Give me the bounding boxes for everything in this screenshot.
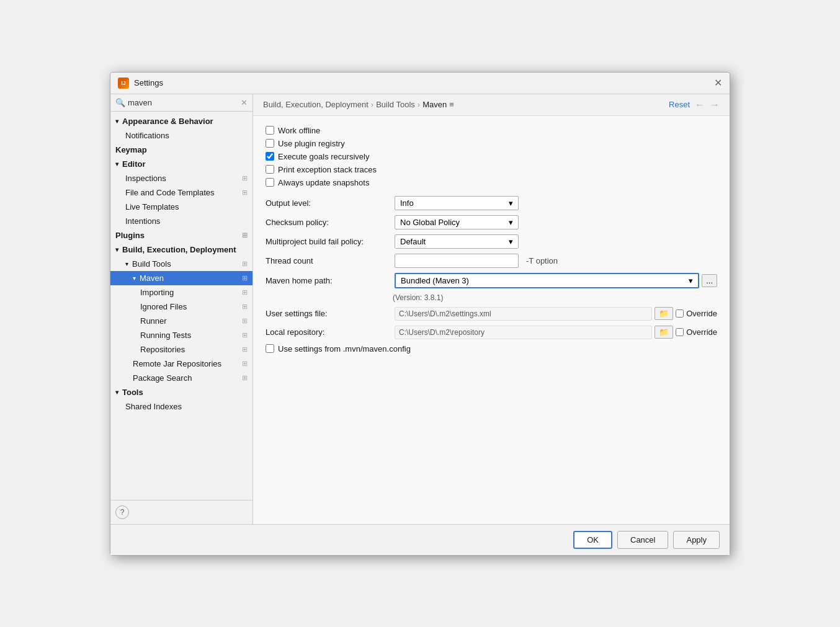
sidebar-item-live-templates[interactable]: Live Templates [110, 200, 252, 214]
main-content: Build, Execution, Deployment › Build Too… [253, 94, 730, 524]
dialog-title: Settings [134, 78, 163, 87]
help-button[interactable]: ? [115, 505, 129, 519]
sidebar-item-build-tools[interactable]: ▾ Build Tools ⊞ [110, 257, 252, 271]
maven-home-path-row: Maven home path: Bundled (Maven 3) ▾ ... [266, 273, 717, 288]
maven-version-text: (Version: 3.8.1) [266, 293, 717, 302]
maven-home-dropdown[interactable]: Bundled (Maven 3) ▾ [395, 273, 699, 288]
user-settings-input[interactable] [395, 307, 652, 321]
apply-button[interactable]: Apply [673, 531, 720, 549]
checksum-policy-value: No Global Policy [400, 218, 460, 227]
local-repository-input-group: 📁 Override [395, 326, 717, 339]
chevron-down-icon: ▾ [115, 161, 118, 167]
sidebar-item-repositories[interactable]: Repositories ⊞ [110, 342, 252, 357]
sidebar-item-remote-jar-repositories[interactable]: Remote Jar Repositories ⊞ [110, 357, 252, 371]
local-repository-row: Local repository: 📁 Override [266, 326, 717, 339]
sidebar-item-inspections[interactable]: Inspections ⊞ [110, 171, 252, 185]
sidebar-item-package-search[interactable]: Package Search ⊞ [110, 371, 252, 385]
sidebar-item-maven[interactable]: ▾ Maven ⊞ [110, 271, 252, 285]
sidebar-item-running-tests[interactable]: Running Tests ⊞ [110, 328, 252, 342]
maven-home-value: Bundled (Maven 3) [401, 276, 469, 285]
settings-icon: ⊞ [242, 303, 248, 311]
output-level-label: Output level: [266, 198, 390, 208]
checksum-policy-dropdown[interactable]: No Global Policy ▾ [395, 215, 519, 229]
dropdown-arrow-icon: ▾ [509, 198, 513, 208]
use-plugin-registry-label: Use plugin registry [278, 139, 345, 148]
sidebar-item-shared-indexes[interactable]: Shared Indexes [110, 399, 252, 414]
settings-icon: ⊞ [242, 345, 248, 354]
settings-icon: ⊞ [242, 374, 248, 382]
multiproject-value: Default [400, 237, 426, 246]
local-repository-input[interactable] [395, 326, 652, 339]
sidebar-item-intentions[interactable]: Intentions [110, 214, 252, 228]
sidebar: 🔍 ✕ ▾ Appearance & Behavior Notification… [110, 94, 253, 524]
dropdown-arrow-icon: ▾ [509, 218, 513, 227]
breadcrumb-sep: › [371, 100, 373, 109]
sidebar-item-file-code-templates[interactable]: File and Code Templates ⊞ [110, 185, 252, 200]
sidebar-item-runner[interactable]: Runner ⊞ [110, 314, 252, 328]
sidebar-item-build-execution-deployment[interactable]: ▾ Build, Execution, Deployment [110, 242, 252, 257]
close-button[interactable]: ✕ [714, 78, 722, 88]
output-level-dropdown[interactable]: Info ▾ [395, 196, 519, 210]
settings-icon: ⊞ [242, 260, 248, 268]
user-settings-override-checkbox[interactable] [676, 309, 684, 318]
sidebar-item-editor[interactable]: ▾ Editor [110, 157, 252, 171]
breadcrumb-menu-button[interactable]: ≡ [449, 100, 454, 109]
local-repository-label: Local repository: [266, 327, 390, 337]
sidebar-item-ignored-files[interactable]: Ignored Files ⊞ [110, 300, 252, 314]
user-settings-override-group: Override [676, 309, 717, 318]
sidebar-tree: ▾ Appearance & Behavior Notifications Ke… [110, 112, 252, 500]
settings-icon: ⊞ [242, 288, 248, 296]
execute-goals-recursively-row: Execute goals recursively [266, 152, 717, 161]
breadcrumb-bar: Build, Execution, Deployment › Build Too… [253, 94, 730, 116]
clear-search-button[interactable]: ✕ [241, 98, 248, 107]
settings-icon: ⊞ [242, 231, 248, 239]
always-update-label: Always update snapshots [278, 178, 369, 187]
dialog-body: 🔍 ✕ ▾ Appearance & Behavior Notification… [110, 94, 730, 524]
thread-count-row: Thread count -T option [266, 254, 717, 268]
chevron-down-icon: ▾ [115, 246, 118, 253]
work-offline-checkbox[interactable] [266, 126, 274, 135]
local-repository-override-label: Override [686, 327, 717, 337]
ok-button[interactable]: OK [573, 531, 612, 549]
cancel-button[interactable]: Cancel [617, 531, 668, 549]
dropdown-arrow-icon: ▾ [689, 276, 693, 285]
checksum-policy-row: Checksum policy: No Global Policy ▾ [266, 215, 717, 229]
sidebar-item-tools[interactable]: ▾ Tools [110, 385, 252, 399]
settings-icon: ⊞ [242, 331, 248, 339]
sidebar-item-keymap[interactable]: Keymap [110, 143, 252, 157]
dropdown-arrow-icon: ▾ [509, 237, 513, 246]
output-level-value: Info [400, 198, 414, 208]
maven-home-browse-button[interactable]: ... [702, 274, 717, 287]
sidebar-item-appearance-behavior[interactable]: ▾ Appearance & Behavior [110, 114, 252, 128]
chevron-down-icon: ▾ [133, 275, 136, 282]
local-repository-override-group: Override [676, 327, 717, 337]
use-plugin-registry-checkbox[interactable] [266, 139, 274, 148]
local-repository-override-checkbox[interactable] [676, 328, 684, 336]
output-level-row: Output level: Info ▾ [266, 196, 717, 210]
dialog-footer: OK Cancel Apply [110, 524, 730, 555]
sidebar-item-notifications[interactable]: Notifications [110, 128, 252, 143]
sidebar-item-importing[interactable]: Importing ⊞ [110, 285, 252, 300]
forward-button[interactable]: → [710, 99, 720, 110]
work-offline-row: Work offline [266, 126, 717, 135]
execute-goals-label: Execute goals recursively [278, 152, 369, 161]
use-mvn-config-label: Use settings from .mvn/maven.config [278, 344, 411, 354]
settings-icon: ⊞ [242, 174, 248, 182]
multiproject-dropdown[interactable]: Default ▾ [395, 234, 519, 249]
user-settings-browse-button[interactable]: 📁 [655, 307, 673, 320]
use-mvn-config-checkbox[interactable] [266, 344, 274, 353]
print-exception-checkbox[interactable] [266, 165, 274, 174]
settings-panel: Work offline Use plugin registry Execute… [253, 116, 730, 524]
sidebar-item-plugins[interactable]: Plugins ⊞ [110, 228, 252, 242]
execute-goals-checkbox[interactable] [266, 152, 274, 161]
search-icon: 🔍 [115, 98, 125, 107]
back-button[interactable]: ← [695, 99, 705, 110]
search-input[interactable] [128, 98, 238, 107]
chevron-down-icon: ▾ [125, 260, 128, 267]
checksum-policy-label: Checksum policy: [266, 218, 390, 227]
reset-link[interactable]: Reset [669, 100, 690, 109]
thread-count-input[interactable] [395, 254, 519, 268]
local-repository-browse-button[interactable]: 📁 [655, 326, 673, 339]
print-exception-label: Print exception stack traces [278, 165, 377, 174]
always-update-checkbox[interactable] [266, 178, 274, 187]
